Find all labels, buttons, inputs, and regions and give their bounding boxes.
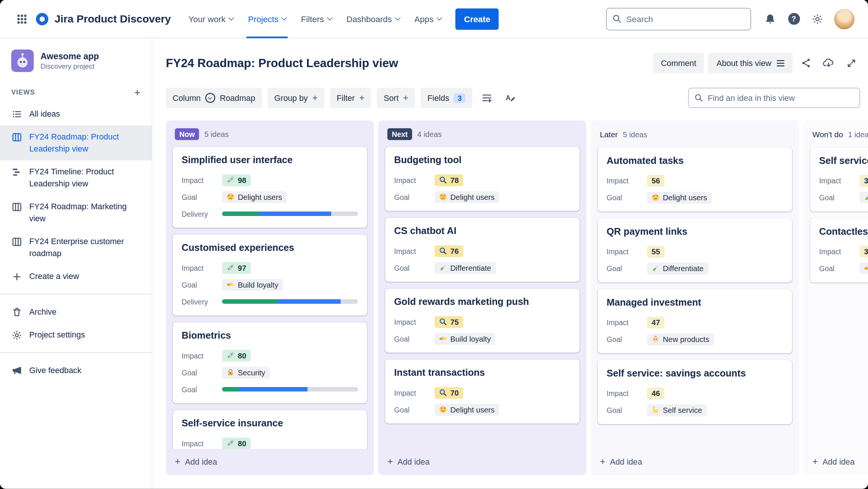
nav-item-apps[interactable]: Apps — [407, 0, 449, 38]
edit-fields-az-icon[interactable]: A — [501, 89, 519, 107]
field-value-badge: 98 — [222, 174, 251, 186]
idea-card[interactable]: QR payment linksImpact55GoalDifferentiat… — [598, 218, 792, 282]
add-idea-button[interactable]: +Add idea — [804, 449, 868, 476]
fullscreen-expand-icon[interactable] — [842, 54, 860, 72]
add-idea-button[interactable]: +Add idea — [166, 449, 374, 476]
sidebar-view-item-fy24-enterprise-customer-roadmap[interactable]: FY24 Enterprise customer roadmap — [0, 230, 152, 265]
search-icon — [612, 14, 622, 24]
add-view-icon[interactable]: + — [134, 87, 141, 98]
test-tube-icon — [864, 194, 868, 201]
board-column-won-t-do: Won't do1 ideaSelf service:Impact36GoalC… — [804, 120, 868, 476]
global-search[interactable] — [606, 8, 751, 30]
card-field-row: Goal — [819, 189, 868, 206]
idea-card[interactable]: BiometricsImpact80GoalSecurityGoal — [173, 322, 367, 404]
heart-eyes-icon — [439, 406, 447, 414]
field-label: Goal — [394, 334, 435, 343]
field-value-badge: Delight users — [222, 191, 287, 203]
project-header[interactable]: Awesome app Discovery project — [0, 50, 152, 72]
give-feedback-button[interactable]: Give feedback — [0, 359, 152, 382]
group-by-button[interactable]: Group by+ — [268, 88, 325, 108]
find-idea-input[interactable] — [708, 93, 854, 102]
baby-icon — [652, 335, 660, 343]
create-button[interactable]: Create — [455, 8, 498, 30]
plus-icon: + — [312, 93, 317, 103]
sort-label: Sort — [384, 93, 399, 102]
board-icon — [11, 132, 22, 143]
card-field-row: Impact98 — [182, 172, 358, 189]
plus-icon: + — [403, 93, 409, 103]
view-item-label: FY24 Timeline: Product Leadership view — [29, 166, 142, 190]
field-label: Goal — [607, 335, 647, 344]
fields-button[interactable]: Fields 3 — [421, 88, 473, 108]
about-this-view-button[interactable]: About this view — [709, 53, 793, 73]
card-field-row: Impact78 — [394, 172, 571, 189]
app-switcher-icon[interactable] — [12, 9, 31, 28]
column-header: Later5 ideas — [591, 120, 799, 145]
column-count: 4 ideas — [417, 130, 441, 139]
app-logo[interactable]: Jira Product Discovery — [35, 12, 171, 26]
idea-card[interactable]: CS chatbot AIImpact76GoalDifferentiate — [385, 218, 580, 282]
idea-title: Budgeting tool — [394, 155, 571, 166]
view-header: FY24 Roadmap: Product Leadership view Co… — [166, 53, 868, 73]
card-field-row: GoalDelight users — [607, 189, 783, 206]
idea-card[interactable]: Self service:Impact36Goal — [810, 147, 868, 212]
filter-button[interactable]: Filter+ — [330, 88, 371, 108]
archive-button[interactable]: Archive — [0, 300, 152, 324]
comment-button[interactable]: Comment — [653, 53, 704, 73]
field-value-badge: 47 — [647, 316, 665, 328]
idea-card[interactable]: Managed investmentImpact47GoalNew produc… — [598, 289, 792, 353]
share-icon[interactable] — [797, 54, 815, 72]
add-idea-button[interactable]: +Add idea — [591, 449, 799, 476]
view-options-rows-icon[interactable] — [478, 89, 496, 107]
nav-item-filters[interactable]: Filters — [293, 0, 339, 38]
project-settings-button[interactable]: Project settings — [0, 324, 152, 347]
card-field-row: GoalBuild loyalty — [394, 330, 571, 347]
idea-card[interactable]: Simplified user interfaceImpact98GoalDel… — [173, 147, 367, 228]
idea-card[interactable]: Budgeting toolImpact78GoalDelight users — [385, 147, 580, 211]
field-label: Impact — [819, 176, 860, 185]
board-icon — [11, 236, 22, 248]
field-label: Delivery — [182, 210, 222, 218]
card-field-row: Impact70 — [394, 384, 571, 401]
publish-cloud-icon[interactable] — [820, 54, 838, 72]
card-field-row: GoalSelf service — [607, 402, 783, 418]
idea-title: Gold rewards marketing push — [394, 297, 571, 308]
create-view-button[interactable]: Create a view — [0, 265, 152, 288]
card-field-row: Impact55 — [607, 243, 783, 260]
card-field-row: Impact80 — [182, 347, 358, 364]
field-label: Goal — [607, 193, 647, 202]
card-field-row: Impact36 — [819, 172, 868, 189]
idea-card[interactable]: Self-service insuranceImpact80GoalSelf s… — [173, 410, 367, 449]
nav-item-dashboards[interactable]: Dashboards — [339, 0, 407, 38]
sidebar-divider — [0, 352, 152, 353]
sidebar-view-item-fy24-roadmap-product-leadership-view[interactable]: FY24 Roadmap: Product Leadership view — [0, 126, 152, 160]
help-icon[interactable]: ? — [784, 9, 804, 29]
column-selector-button[interactable]: Column Roadmap — [166, 88, 262, 108]
field-label: Impact — [394, 388, 435, 397]
add-idea-button[interactable]: +Add idea — [379, 449, 587, 476]
idea-title: Instant transactions — [394, 368, 571, 379]
view-item-label: FY24 Roadmap: Product Leadership view — [29, 131, 142, 155]
heart-eyes-icon — [652, 194, 660, 201]
idea-card[interactable]: ContactlessImpact30Goal — [810, 218, 868, 282]
plus-icon: + — [388, 457, 393, 467]
find-idea-search[interactable] — [688, 88, 860, 108]
idea-card[interactable]: Customised experiencesImpact97GoalBuild … — [173, 235, 367, 316]
settings-gear-icon[interactable] — [807, 9, 828, 29]
plus-icon — [11, 271, 22, 282]
nav-item-your-work[interactable]: Your work — [181, 0, 241, 38]
sidebar-view-item-all-ideas[interactable]: All ideas — [0, 102, 152, 126]
sort-button[interactable]: Sort+ — [377, 88, 415, 108]
idea-card[interactable]: Automated tasksImpact56GoalDelight users — [598, 147, 792, 212]
sidebar-view-item-fy24-roadmap-marketing-view[interactable]: FY24 Roadmap: Marketing view — [0, 195, 152, 230]
global-search-input[interactable] — [626, 14, 745, 24]
idea-card[interactable]: Self service: savings accountsImpact46Go… — [598, 360, 792, 424]
sidebar-view-item-fy24-timeline-product-leadership-view[interactable]: FY24 Timeline: Product Leadership view — [0, 160, 152, 195]
idea-card[interactable]: Instant transactionsImpact70GoalDelight … — [385, 360, 580, 424]
notifications-bell-icon[interactable] — [760, 9, 780, 29]
field-value-badge: Build loyalty — [222, 279, 283, 291]
user-avatar[interactable] — [834, 9, 855, 29]
nav-item-projects[interactable]: Projects — [241, 0, 293, 38]
sidebar-views-list: All ideasFY24 Roadmap: Product Leadershi… — [0, 102, 152, 265]
idea-card[interactable]: Gold rewards marketing pushImpact75GoalB… — [385, 289, 580, 353]
